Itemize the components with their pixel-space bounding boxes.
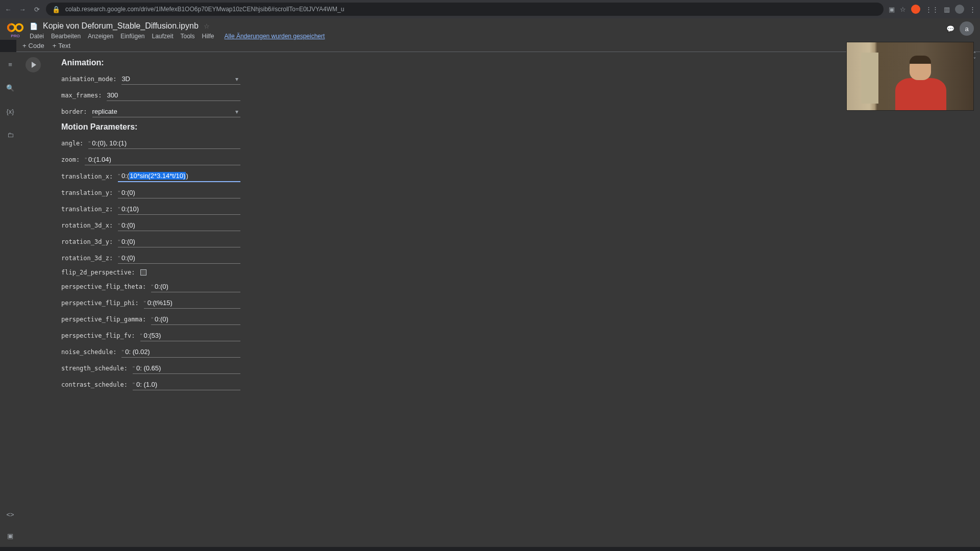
- user-avatar[interactable]: a: [960, 21, 974, 36]
- sidepanel-icon[interactable]: ▥: [944, 6, 950, 13]
- menu-runtime[interactable]: Laufzeit: [152, 33, 173, 40]
- extension-icon[interactable]: [911, 5, 920, 14]
- collapse-up-icon[interactable]: ˄: [973, 51, 976, 57]
- notebook-main: 🗑 ⋮ Animation: animation_mode: 3D max_fr…: [20, 52, 980, 547]
- section-motion: Motion Parameters:: [61, 122, 240, 132]
- label-flip-2d-perspective: flip_2d_perspective:: [61, 269, 140, 276]
- label-zoom: zoom:: [61, 156, 85, 163]
- toc-icon[interactable]: ≡: [5, 59, 15, 69]
- profile-avatar[interactable]: [955, 5, 964, 14]
- lock-icon: 🔒: [52, 6, 60, 13]
- menu-tools[interactable]: Tools: [181, 33, 195, 40]
- browser-chrome: ← → ⟳ 🔒 colab.research.google.com/drive/…: [0, 0, 980, 18]
- files-icon[interactable]: 🗀: [5, 130, 15, 140]
- pro-tag: PRO: [11, 34, 19, 38]
- label-animation-mode: animation_mode:: [61, 76, 121, 83]
- input-strength-schedule[interactable]: [136, 363, 240, 373]
- save-status[interactable]: Alle Änderungen wurden gespeichert: [225, 33, 325, 40]
- nav-refresh-button[interactable]: ⟳: [33, 5, 41, 13]
- input-perspective-flip-theta[interactable]: [155, 281, 240, 292]
- label-perspective-flip-phi: perspective_flip_phi:: [61, 299, 144, 307]
- label-translation-z: translation_z:: [61, 206, 118, 213]
- nav-fwd-button[interactable]: →: [18, 5, 27, 13]
- menu-edit[interactable]: Bearbeiten: [51, 33, 81, 40]
- checkbox-flip-2d-perspective[interactable]: [140, 269, 146, 276]
- doc-title[interactable]: Kopie von Deforum_Stable_Diffusion.ipynb: [43, 21, 199, 31]
- input-zoom[interactable]: [88, 154, 240, 165]
- add-text-button[interactable]: + Text: [53, 42, 70, 49]
- run-cell-button[interactable]: [26, 57, 41, 72]
- input-rotation-3d-x[interactable]: [121, 220, 240, 231]
- toolbar: + Code + Text: [16, 40, 980, 52]
- input-perspective-flip-gamma[interactable]: [155, 314, 240, 324]
- label-perspective-flip-theta: perspective_flip_theta:: [61, 283, 151, 290]
- label-rotation-3d-z: rotation_3d_z:: [61, 255, 118, 262]
- input-rotation-3d-y[interactable]: [121, 236, 240, 247]
- label-perspective-flip-fv: perspective_flip_fv:: [61, 332, 140, 339]
- input-noise-schedule[interactable]: [125, 346, 240, 357]
- input-translation-x[interactable]: " 0:(10*sin(2*3.14*t/10)): [118, 170, 240, 182]
- label-angle: angle:: [61, 140, 88, 147]
- section-animation: Animation:: [61, 58, 240, 67]
- input-translation-z[interactable]: [121, 204, 240, 214]
- menu-file[interactable]: Datei: [30, 33, 44, 40]
- colab-logo[interactable]: PRO: [6, 21, 24, 40]
- label-translation-y: translation_y:: [61, 189, 118, 196]
- drive-icon: 📄: [30, 22, 38, 30]
- svg-point-1: [16, 24, 23, 31]
- extensions-button[interactable]: ⋮⋮: [925, 6, 939, 13]
- input-perspective-flip-fv[interactable]: [143, 330, 240, 341]
- input-border[interactable]: replicate: [92, 106, 241, 117]
- input-rotation-3d-z[interactable]: [121, 253, 240, 263]
- collapse-down-icon[interactable]: ˅: [973, 57, 976, 62]
- search-icon[interactable]: 🔍: [5, 83, 15, 93]
- menu-button[interactable]: ⋮: [969, 6, 976, 13]
- terminal-icon[interactable]: ▣: [5, 531, 15, 541]
- label-max-frames: max_frames:: [61, 92, 107, 99]
- menu-bar: Datei Bearbeiten Anzeigen Einfügen Laufz…: [30, 33, 946, 40]
- left-rail: ≡ 🔍 {x} 🗀 <> ▣: [0, 52, 20, 547]
- label-contrast-schedule: contrast_schedule:: [61, 381, 133, 388]
- label-perspective-flip-gamma: perspective_flip_gamma:: [61, 316, 151, 323]
- nav-back-button[interactable]: ←: [4, 5, 12, 13]
- star-icon[interactable]: ☆: [204, 22, 210, 30]
- input-max-frames[interactable]: [107, 90, 240, 101]
- input-angle[interactable]: [92, 138, 240, 148]
- menu-help[interactable]: Hilfe: [202, 33, 214, 40]
- add-code-button[interactable]: + Code: [22, 42, 44, 49]
- url-text: colab.research.google.com/drive/1IMefexB…: [65, 6, 344, 13]
- label-border: border:: [61, 108, 92, 115]
- label-strength-schedule: strength_schedule:: [61, 365, 133, 372]
- input-animation-mode[interactable]: 3D: [121, 73, 240, 85]
- label-translation-x: translation_x:: [61, 173, 118, 180]
- selected-text: 10*sin(2*3.14*t/10): [129, 172, 186, 180]
- vars-icon[interactable]: {x}: [5, 106, 15, 116]
- input-contrast-schedule[interactable]: [136, 379, 240, 390]
- animation-cell: 🗑 ⋮ Animation: animation_mode: 3D max_fr…: [20, 52, 976, 398]
- comment-button[interactable]: 💬: [946, 25, 954, 33]
- label-rotation-3d-y: rotation_3d_y:: [61, 238, 118, 245]
- menu-insert[interactable]: Einfügen: [120, 33, 144, 40]
- input-translation-y[interactable]: [121, 187, 240, 198]
- code-snip-icon[interactable]: <>: [5, 509, 15, 519]
- menu-view[interactable]: Anzeigen: [88, 33, 113, 40]
- label-rotation-3d-x: rotation_3d_x:: [61, 222, 118, 229]
- install-icon[interactable]: ▣: [889, 6, 895, 13]
- colab-header: PRO 📄 Kopie von Deforum_Stable_Diffusion…: [0, 18, 980, 40]
- webcam-overlay: [846, 42, 974, 111]
- url-bar[interactable]: 🔒 colab.research.google.com/drive/1IMefe…: [46, 3, 884, 16]
- bookmark-icon[interactable]: ☆: [900, 6, 906, 13]
- label-noise-schedule: noise_schedule:: [61, 348, 121, 356]
- input-perspective-flip-phi[interactable]: [148, 297, 240, 308]
